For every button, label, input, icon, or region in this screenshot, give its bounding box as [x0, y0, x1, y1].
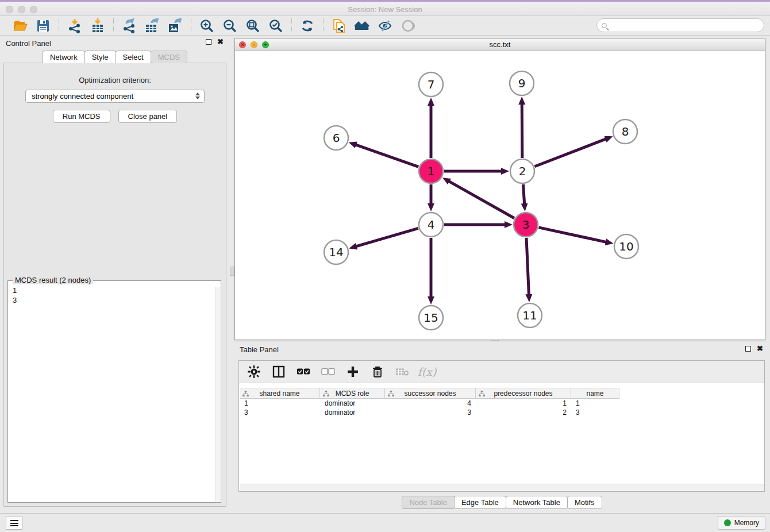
- graph-node-label: 15: [424, 311, 438, 325]
- graph-edge-2-9[interactable]: [522, 104, 522, 158]
- run-mcds-button[interactable]: Run MCDS: [53, 110, 110, 123]
- graph-edge-3-11[interactable]: [526, 238, 529, 295]
- table-panel: Table Panel ✖: [234, 342, 770, 510]
- table-scroll-area[interactable]: shared nameMCDS rolesuccessor nodesprede…: [240, 388, 764, 484]
- control-panel-tabs: NetworkStyleSelectMCDS: [0, 51, 230, 63]
- search-input[interactable]: [596, 18, 764, 32]
- graph-node-label: 14: [329, 245, 343, 259]
- chevron-updown-icon: [195, 92, 200, 99]
- network-view-title: scc.txt: [235, 40, 765, 49]
- table-cell[interactable]: 2: [476, 408, 571, 417]
- export-table-icon[interactable]: [145, 18, 160, 33]
- table-row[interactable]: 1dominator411: [240, 399, 764, 408]
- mcds-result-title: MCDS result (2 nodes): [13, 276, 93, 284]
- zoom-in-icon[interactable]: [199, 18, 214, 33]
- split-columns-icon[interactable]: [272, 365, 286, 379]
- zoom-fit-icon[interactable]: [245, 18, 260, 33]
- column-header-successor-nodes[interactable]: successor nodes: [385, 388, 476, 399]
- import-table-icon[interactable]: [90, 18, 105, 33]
- tab-motifs[interactable]: Motifs: [567, 496, 602, 509]
- network-file-icon[interactable]: [332, 18, 346, 33]
- optimization-criterion-select[interactable]: strongly connected component: [25, 90, 205, 103]
- graph-edge-2-3[interactable]: [523, 184, 524, 204]
- memory-label: Memory: [734, 519, 759, 527]
- control-panel-title: Control Panel: [6, 39, 51, 48]
- column-header-MCDS-role[interactable]: MCDS role: [320, 388, 385, 399]
- result-scrollbar[interactable]: [215, 287, 220, 502]
- table-cell[interactable]: 3: [240, 408, 320, 417]
- column-header-shared-name[interactable]: shared name: [240, 388, 320, 399]
- table-cell[interactable]: 4: [385, 399, 476, 408]
- table-cell[interactable]: 3: [385, 408, 476, 417]
- tab-network[interactable]: Network: [43, 51, 85, 63]
- graph-node-label: 9: [518, 76, 526, 90]
- graph-edge-3-10[interactable]: [538, 228, 606, 242]
- save-session-icon[interactable]: [36, 18, 51, 33]
- vertical-divider-grip[interactable]: [230, 267, 234, 276]
- table-cell[interactable]: dominator: [320, 408, 385, 417]
- import-network-icon[interactable]: [67, 18, 82, 33]
- home-icon[interactable]: [355, 18, 369, 33]
- graph-edge-4-14[interactable]: [356, 228, 418, 246]
- export-network-icon[interactable]: [122, 18, 137, 33]
- table-cell[interactable]: dominator: [320, 399, 385, 408]
- add-column-icon[interactable]: [346, 365, 360, 379]
- tab-edge-table[interactable]: Edge Table: [454, 496, 506, 509]
- graph-node-label: 8: [622, 125, 629, 138]
- deselect-all-icon[interactable]: [321, 365, 335, 379]
- tab-network-table[interactable]: Network Table: [506, 496, 568, 509]
- tab-mcds[interactable]: MCDS: [151, 51, 187, 63]
- graph-node-label: 3: [522, 218, 530, 232]
- gear-icon[interactable]: [247, 365, 261, 379]
- network-window-titlebar[interactable]: ✕ − + scc.txt: [235, 38, 765, 51]
- graph-node-label: 2: [519, 164, 526, 178]
- table-body: 1dominator4113dominator323: [240, 399, 764, 417]
- visibility-icon[interactable]: [401, 18, 415, 33]
- task-history-button[interactable]: [6, 516, 22, 530]
- graph-edge-1-6[interactable]: [356, 145, 418, 167]
- graph-node-label: 11: [522, 309, 537, 322]
- mcds-result-values[interactable]: 1 3: [8, 281, 221, 305]
- select-all-icon[interactable]: [297, 365, 310, 379]
- close-panel-icon[interactable]: ✖: [217, 39, 224, 45]
- column-header-name[interactable]: name: [571, 388, 619, 399]
- tab-style[interactable]: Style: [84, 51, 116, 63]
- table-cell[interactable]: 1: [240, 399, 320, 408]
- graph-node-label: 4: [428, 218, 435, 232]
- table-horizontal-scrollbar[interactable]: [240, 484, 764, 491]
- hide-edges-icon[interactable]: [378, 18, 392, 33]
- column-header-predecessor-nodes[interactable]: predecessor nodes: [476, 388, 571, 399]
- open-file-icon[interactable]: [13, 18, 28, 33]
- graph-edge-3-1[interactable]: [449, 182, 514, 218]
- function-builder-icon: f(x): [420, 365, 434, 379]
- status-bar: Memory: [0, 513, 770, 532]
- control-panel: Control Panel ✖ NetworkStyleSelectMCDS O…: [0, 36, 230, 510]
- delete-table-icon: [395, 365, 409, 379]
- tab-select[interactable]: Select: [116, 51, 151, 63]
- float-panel-icon[interactable]: [206, 39, 211, 45]
- mcds-result-box: MCDS result (2 nodes) 1 3: [7, 280, 221, 503]
- node-table-container: f(x) shared nameMCDS rolesuccessor nodes…: [238, 360, 765, 492]
- memory-status-icon: [724, 519, 731, 526]
- network-view-window: ✕ − + scc.txt 7968124314101511: [234, 38, 765, 340]
- export-image-icon[interactable]: [168, 18, 183, 33]
- graph-edge-2-8[interactable]: [534, 139, 606, 167]
- zoom-out-icon[interactable]: [222, 18, 237, 33]
- float-table-panel-icon[interactable]: [745, 346, 751, 352]
- table-cell[interactable]: 1: [476, 399, 571, 408]
- network-canvas[interactable]: 7968124314101511: [235, 51, 765, 340]
- close-panel-button[interactable]: Close panel: [118, 110, 178, 123]
- memory-button[interactable]: Memory: [718, 516, 765, 530]
- close-table-panel-icon[interactable]: ✖: [757, 346, 763, 352]
- table-cell[interactable]: 1: [571, 399, 619, 408]
- refresh-icon[interactable]: [300, 18, 315, 33]
- table-cell[interactable]: 3: [571, 408, 619, 417]
- table-row[interactable]: 3dominator323: [240, 408, 764, 417]
- delete-icon[interactable]: [371, 365, 384, 379]
- tab-node-table[interactable]: Node Table: [402, 496, 455, 509]
- zoom-selected-icon[interactable]: [268, 18, 283, 33]
- network-graph[interactable]: 7968124314101511: [235, 51, 765, 340]
- table-toolbar: f(x): [239, 361, 764, 383]
- dropdown-value: strongly connected component: [32, 92, 133, 101]
- list-icon: [10, 520, 18, 526]
